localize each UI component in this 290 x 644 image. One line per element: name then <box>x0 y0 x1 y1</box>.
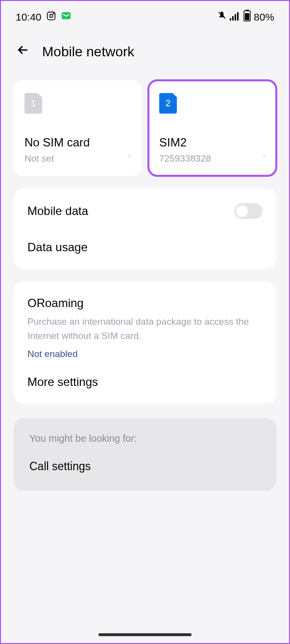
looking-for-card: You might be looking for: Call settings <box>14 418 276 491</box>
sim-card-1[interactable]: 1 No SIM card Not set › <box>14 80 142 176</box>
more-settings-row[interactable]: More settings <box>14 364 276 400</box>
svg-point-2 <box>53 13 54 14</box>
sim-cards-row: 1 No SIM card Not set › 2 SIM2 725933832… <box>1 80 289 176</box>
page-title: Mobile network <box>42 44 134 60</box>
mobile-data-row[interactable]: Mobile data <box>14 192 276 230</box>
signal-icon <box>230 11 241 23</box>
header: Mobile network <box>1 29 289 75</box>
svg-point-1 <box>49 14 52 17</box>
status-time: 10:40 <box>16 11 42 23</box>
more-settings-label: More settings <box>27 375 98 389</box>
roaming-card: ORoaming Purchase an international data … <box>14 282 276 404</box>
chevron-right-icon: › <box>128 151 131 161</box>
data-usage-row[interactable]: Data usage <box>14 230 276 265</box>
call-settings-link[interactable]: Call settings <box>29 460 261 473</box>
sim-2-subtitle: 7259338328 <box>159 153 266 164</box>
svg-rect-8 <box>237 12 239 21</box>
back-arrow-icon[interactable] <box>16 43 30 61</box>
sim-icon-2: 2 <box>159 93 177 114</box>
sim-card-2[interactable]: 2 SIM2 7259338328 › <box>148 80 276 176</box>
data-usage-label: Data usage <box>27 240 88 254</box>
mobile-data-label: Mobile data <box>27 204 88 218</box>
battery-icon <box>243 10 251 24</box>
oroaming-description: Purchase an international data package t… <box>27 315 263 343</box>
mobile-data-toggle[interactable] <box>234 203 263 219</box>
sim-1-title: No SIM card <box>24 136 131 149</box>
mute-icon <box>217 11 227 23</box>
svg-rect-6 <box>232 16 234 21</box>
oroaming-title: ORoaming <box>27 296 263 310</box>
sim-1-subtitle: Not set <box>24 153 131 164</box>
status-bar: 10:40 80% <box>1 1 289 29</box>
svg-rect-7 <box>235 14 236 21</box>
data-card: Mobile data Data usage <box>14 189 276 269</box>
navigation-bar-handle[interactable] <box>98 633 192 636</box>
chevron-right-icon: › <box>263 151 266 161</box>
looking-for-label: You might be looking for: <box>29 433 261 444</box>
sim-icon-1: 1 <box>24 93 42 114</box>
svg-rect-11 <box>245 13 249 20</box>
instagram-icon <box>47 11 56 23</box>
message-icon <box>61 10 72 24</box>
oroaming-row[interactable]: ORoaming Purchase an international data … <box>14 286 276 364</box>
oroaming-status: Not enabled <box>27 349 263 359</box>
battery-percent: 80% <box>254 11 274 23</box>
svg-rect-5 <box>230 18 231 21</box>
sim-2-title: SIM2 <box>159 136 266 149</box>
